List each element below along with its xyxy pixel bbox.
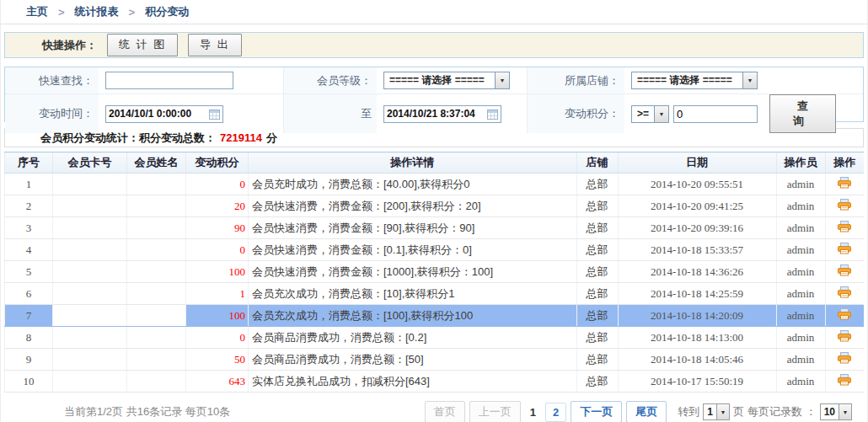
goto-page-select[interactable]: 1 ▼ bbox=[703, 403, 730, 420]
row-card-cell bbox=[53, 349, 127, 371]
page-size-select[interactable]: 10 ▼ bbox=[820, 403, 852, 420]
breadcrumb-home[interactable]: 主页 bbox=[26, 4, 48, 19]
row-detail-cell: 会员快速消费，消费金额：[90],获得积分：90] bbox=[249, 217, 577, 239]
calendar-icon[interactable] bbox=[209, 109, 220, 120]
time-from-input[interactable]: 2014/10/1 0:00:00 bbox=[105, 105, 223, 123]
table-row[interactable]: 7100会员充次成功，消费总额：[100],获得积分100总部2014-10-1… bbox=[5, 305, 865, 327]
row-seq-cell: 2 bbox=[5, 195, 53, 217]
export-button[interactable]: 导 出 bbox=[188, 34, 242, 56]
header-date: 日期 bbox=[618, 152, 776, 174]
row-action-cell bbox=[825, 217, 864, 239]
table-row[interactable]: 950会员商品消费成功，消费总额：[50]总部2014-10-18 14:05:… bbox=[5, 349, 865, 371]
row-action-cell bbox=[825, 371, 864, 393]
member-level-select[interactable]: ===== 请选择 ===== ▼ bbox=[383, 72, 510, 89]
print-icon[interactable] bbox=[838, 352, 851, 364]
row-name-cell bbox=[127, 174, 186, 195]
page-number-link[interactable]: 2 bbox=[545, 403, 566, 422]
first-page-button[interactable]: 首页 bbox=[425, 401, 465, 422]
row-card-cell bbox=[53, 239, 127, 261]
print-icon[interactable] bbox=[838, 221, 851, 232]
time-from-value: 2014/10/1 0:00:00 bbox=[109, 108, 191, 120]
next-page-button[interactable]: 下一页 bbox=[571, 401, 622, 422]
row-store-cell: 总部 bbox=[576, 349, 618, 371]
row-seq-cell: 7 bbox=[5, 305, 53, 327]
row-seq-cell: 9 bbox=[5, 349, 53, 371]
row-date-cell: 2014-10-18 15:33:57 bbox=[618, 239, 776, 261]
quick-find-input[interactable] bbox=[105, 72, 233, 89]
print-icon[interactable] bbox=[838, 308, 851, 320]
row-detail-cell: 会员商品消费成功，消费总额：[50] bbox=[249, 349, 577, 371]
row-detail-cell: 会员充次成功，消费总额：[100],获得积分100 bbox=[249, 305, 577, 327]
row-action-cell bbox=[825, 261, 864, 283]
page-size-label: 每页记录数 ： bbox=[747, 404, 817, 419]
row-points-cell: 50 bbox=[186, 349, 249, 371]
row-date-cell: 2014-10-18 14:05:46 bbox=[618, 349, 776, 371]
row-card-cell bbox=[53, 174, 127, 195]
row-name-cell bbox=[127, 349, 186, 371]
header-store: 店铺 bbox=[576, 152, 618, 174]
print-icon[interactable] bbox=[838, 177, 851, 189]
row-date-cell: 2014-10-18 14:20:09 bbox=[618, 305, 776, 327]
row-seq-cell: 8 bbox=[5, 327, 53, 349]
page-size-value: 10 bbox=[821, 404, 839, 419]
row-date-cell: 2014-10-18 14:25:59 bbox=[618, 283, 776, 305]
quick-actions-label: 快捷操作： bbox=[42, 38, 97, 53]
row-points-cell: 0 bbox=[186, 174, 249, 195]
table-row[interactable]: 40会员快速消费，消费金额：[0.1],获得积分：0]总部2014-10-18 … bbox=[5, 239, 865, 261]
print-icon[interactable] bbox=[838, 286, 851, 298]
row-detail-cell: 会员快速消费，消费金额：[0.1],获得积分：0] bbox=[249, 239, 577, 261]
row-action-cell bbox=[825, 305, 864, 327]
row-card-cell bbox=[53, 371, 127, 393]
last-page-button[interactable]: 尾页 bbox=[626, 401, 667, 422]
quick-find-label: 快速查找： bbox=[5, 67, 99, 93]
points-operator-select[interactable]: >= ▼ bbox=[631, 105, 669, 123]
table-row[interactable]: 61会员充次成功，消费总额：[10],获得积分1总部2014-10-18 14:… bbox=[5, 283, 865, 305]
calendar-icon[interactable] bbox=[487, 109, 498, 120]
print-icon[interactable] bbox=[838, 264, 851, 276]
row-points-cell: 643 bbox=[186, 371, 249, 393]
store-select[interactable]: ===== 请选择 ===== ▼ bbox=[631, 72, 758, 89]
store-selected: ===== 请选择 ===== bbox=[632, 72, 742, 88]
time-to-input[interactable]: 2014/10/21 8:37:04 bbox=[383, 105, 501, 123]
pagination-bar: 当前第1/2页 共16条记录 每页10条 首页 上一页 12 下一页 尾页 转到… bbox=[1, 401, 867, 422]
row-store-cell: 总部 bbox=[576, 261, 618, 283]
header-operator: 操作员 bbox=[776, 152, 825, 174]
to-label: 至 bbox=[283, 94, 377, 133]
store-label: 所属店铺： bbox=[527, 67, 624, 93]
row-seq-cell: 10 bbox=[5, 371, 53, 393]
row-operator-cell: admin bbox=[776, 371, 825, 393]
row-store-cell: 总部 bbox=[576, 195, 618, 217]
row-operator-cell: admin bbox=[776, 261, 825, 283]
table-row[interactable]: 5100会员快速消费，消费金额：[1000],获得积分：100]总部2014-1… bbox=[5, 261, 865, 283]
row-operator-cell: admin bbox=[776, 327, 825, 349]
row-card-cell bbox=[53, 217, 127, 239]
row-name-cell bbox=[127, 305, 186, 327]
breadcrumb-reports[interactable]: 统计报表 bbox=[75, 4, 119, 19]
points-value-input[interactable] bbox=[673, 105, 758, 123]
row-seq-cell: 6 bbox=[5, 283, 53, 305]
summary-label: 会员积分变动统计：积分变动总数： bbox=[40, 131, 216, 146]
print-icon[interactable] bbox=[838, 199, 851, 211]
row-name-cell bbox=[127, 327, 186, 349]
row-operator-cell: admin bbox=[776, 217, 825, 239]
table-row[interactable]: 220会员快速消费，消费金额：[200],获得积分：20]总部2014-10-2… bbox=[5, 195, 865, 217]
print-icon[interactable] bbox=[838, 374, 851, 386]
row-action-cell bbox=[825, 195, 864, 217]
summary-total-points: 7219114 bbox=[216, 131, 266, 144]
prev-page-button[interactable]: 上一页 bbox=[469, 401, 521, 422]
search-button[interactable]: 查 询 bbox=[769, 94, 836, 133]
row-points-cell: 20 bbox=[186, 195, 249, 217]
table-row[interactable]: 10会员充时成功，消费总额：[40.00],获得积分0总部2014-10-20 … bbox=[5, 174, 865, 195]
chart-button[interactable]: 统 计 图 bbox=[107, 34, 178, 56]
row-date-cell: 2014-10-18 14:13:00 bbox=[618, 327, 776, 349]
table-row[interactable]: 10643实体店兑换礼品成功，扣减积分[643]总部2014-10-17 15:… bbox=[5, 371, 865, 393]
row-store-cell: 总部 bbox=[576, 327, 618, 349]
table-row[interactable]: 80会员商品消费成功，消费总额：[0.2]总部2014-10-18 14:13:… bbox=[5, 327, 865, 349]
print-icon[interactable] bbox=[838, 243, 851, 254]
print-icon[interactable] bbox=[838, 330, 851, 342]
row-action-cell bbox=[825, 327, 864, 349]
table-row[interactable]: 390会员快速消费，消费金额：[90],获得积分：90]总部2014-10-20… bbox=[5, 217, 865, 239]
row-name-cell bbox=[127, 217, 186, 239]
header-seq: 序号 bbox=[5, 152, 53, 174]
row-card-cell bbox=[53, 261, 127, 283]
